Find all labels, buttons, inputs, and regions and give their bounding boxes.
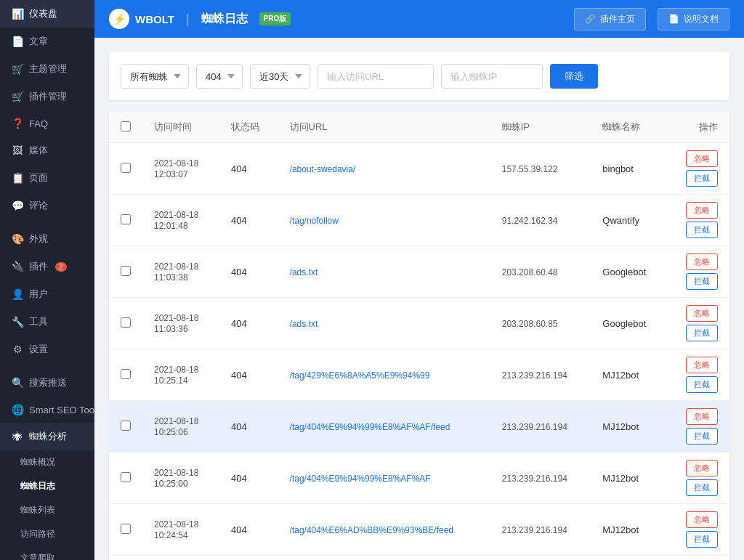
block-button[interactable]: 拦截 — [686, 325, 718, 341]
row-url-cell: /about-swedavia/ — [278, 143, 490, 195]
select-all-header[interactable] — [109, 112, 142, 143]
docs-button[interactable]: 📄 说明文档 — [658, 8, 729, 31]
select-all-checkbox[interactable] — [121, 121, 131, 131]
table-row: 2021-08-18 10:25:14 404 /tag/429%E6%8A%A… — [109, 349, 729, 401]
users-icon: 👤 — [12, 288, 23, 300]
row-checkbox-cell[interactable] — [109, 504, 142, 556]
ignore-button[interactable]: 忽略 — [686, 150, 718, 167]
crawler-filter-select[interactable]: 所有蜘蛛 — [121, 64, 189, 89]
status-filter-select[interactable]: 404 — [196, 64, 243, 89]
block-button[interactable]: 拦截 — [686, 273, 718, 290]
row-url: /tag/nofollow — [290, 216, 339, 226]
row-checkbox-cell[interactable] — [109, 453, 142, 504]
plugins-badge: 2 — [55, 262, 67, 272]
row-checkbox-cell[interactable] — [109, 195, 142, 246]
sidebar-item-plugins[interactable]: 🔌 插件 2 — [0, 253, 94, 280]
row-bot-cell: Googlebot — [591, 298, 666, 349]
row-checkbox-cell[interactable] — [109, 349, 142, 401]
ignore-button[interactable]: 忽略 — [686, 511, 718, 528]
sidebar-subitem-spider-overview[interactable]: 蜘蛛概况 — [0, 450, 94, 474]
table-row: 2021-08-18 11:03:36 404 /ads.txt 203.208… — [109, 298, 729, 349]
row-checkbox[interactable] — [121, 524, 131, 534]
sidebar-item-search-push[interactable]: 🔍 搜索推送 — [0, 369, 94, 397]
row-action-cell: 忽略 拦截 — [667, 556, 729, 561]
appearance-icon: 🎨 — [12, 233, 23, 245]
block-button[interactable]: 拦截 — [686, 531, 718, 548]
action-buttons: 忽略 拦截 — [679, 305, 718, 341]
table-row: 2021-08-18 10:24:48 404 /tag/404%E6%AD%B… — [109, 556, 729, 561]
row-status-cell: 404 — [219, 246, 278, 298]
sidebar-item-appearance[interactable]: 🎨 外观 — [0, 225, 94, 253]
sidebar-item-smart-seo[interactable]: 🌐 Smart SEO Tool — [0, 397, 94, 423]
row-ip-cell: 213.239.216.194 — [490, 453, 591, 504]
sidebar-item-users[interactable]: 👤 用户 — [0, 280, 94, 308]
sidebar-item-plugin-mgmt[interactable]: 🛒 插件管理 — [0, 83, 94, 110]
row-bot-cell: MJ12bot — [591, 453, 666, 504]
sidebar-item-label: Smart SEO Tool — [29, 405, 94, 415]
ignore-button[interactable]: 忽略 — [686, 460, 718, 476]
row-url: /tag/404%E9%94%99%E8%AF%AF — [290, 474, 431, 484]
table-header-row: 访问时间 状态码 访问URL 蜘蛛IP 蜘蛛名称 操作 — [109, 112, 729, 143]
row-checkbox[interactable] — [121, 421, 131, 431]
time-filter-select[interactable]: 近30天 — [250, 64, 310, 89]
ignore-button[interactable]: 忽略 — [686, 408, 718, 425]
row-bot-cell: Qwantify — [591, 195, 666, 246]
sidebar-item-articles[interactable]: 📄 文章 — [0, 28, 94, 55]
col-header-bot: 蜘蛛名称 — [591, 112, 666, 143]
sidebar-item-tools[interactable]: 🔧 工具 — [0, 308, 94, 336]
row-url-cell: /tag/nofollow — [278, 195, 490, 246]
pro-badge: PRO版 — [259, 12, 291, 25]
block-button[interactable]: 拦截 — [686, 428, 718, 445]
row-checkbox-cell[interactable] — [109, 401, 142, 453]
ignore-button[interactable]: 忽略 — [686, 202, 718, 219]
row-checkbox[interactable] — [121, 163, 131, 173]
row-checkbox[interactable] — [121, 317, 131, 328]
row-status: 404 — [231, 370, 247, 381]
plugin-home-icon: 🔗 — [585, 14, 596, 24]
sidebar-item-label: 仪表盘 — [29, 7, 57, 20]
ignore-button[interactable]: 忽略 — [686, 305, 718, 322]
plugins-icon: 🔌 — [12, 261, 23, 272]
plugin-home-button[interactable]: 🔗 插件主页 — [574, 8, 646, 31]
row-bot-cell: bingbot — [591, 143, 666, 195]
block-button[interactable]: 拦截 — [686, 222, 718, 238]
subitem-label: 蜘蛛日志 — [20, 480, 55, 492]
row-checkbox-cell[interactable] — [109, 143, 142, 195]
sidebar-item-faq[interactable]: ❓ FAQ — [0, 110, 94, 137]
row-status-cell: 404 — [219, 556, 278, 561]
sidebar-subitem-article-crawl[interactable]: 文章爬取 — [0, 546, 94, 560]
sidebar-item-settings[interactable]: ⚙ 设置 — [0, 336, 94, 363]
row-action-cell: 忽略 拦截 — [667, 504, 729, 556]
filter-button[interactable]: 筛选 — [550, 64, 598, 89]
row-checkbox[interactable] — [121, 214, 131, 224]
sidebar-item-pages[interactable]: 📋 页面 — [0, 164, 94, 192]
sidebar-item-spider-analysis[interactable]: 🕷 蜘蛛分析 — [0, 423, 94, 450]
sidebar-item-dashboard[interactable]: 📊 仪表盘 — [0, 0, 94, 28]
ignore-button[interactable]: 忽略 — [686, 357, 718, 373]
block-button[interactable]: 拦截 — [686, 170, 718, 187]
row-checkbox[interactable] — [121, 266, 131, 276]
block-button[interactable]: 拦截 — [686, 376, 718, 393]
sidebar-subitem-spider-diary[interactable]: 蜘蛛日志 — [0, 474, 94, 498]
spider-icon: 🕷 — [12, 431, 23, 442]
block-button[interactable]: 拦截 — [686, 479, 718, 496]
row-checkbox-cell[interactable] — [109, 556, 142, 561]
ip-filter-input[interactable] — [441, 64, 543, 89]
row-checkbox-cell[interactable] — [109, 246, 142, 298]
row-checkbox[interactable] — [121, 472, 131, 482]
row-checkbox[interactable] — [121, 369, 131, 379]
action-buttons: 忽略 拦截 — [679, 253, 718, 290]
ignore-button[interactable]: 忽略 — [686, 253, 718, 270]
url-filter-input[interactable] — [318, 64, 434, 89]
sidebar-item-theme-mgmt[interactable]: 🛒 主题管理 — [0, 55, 94, 83]
action-buttons: 忽略 拦截 — [679, 202, 718, 238]
sidebar-item-label: 插件管理 — [29, 90, 67, 103]
row-checkbox-cell[interactable] — [109, 298, 142, 349]
sidebar-subitem-visit-path[interactable]: 访问路径 — [0, 522, 94, 546]
sidebar-item-media[interactable]: 🖼 媒体 — [0, 137, 94, 164]
plugin-home-label: 插件主页 — [600, 13, 635, 25]
sidebar-item-label: 外观 — [29, 232, 48, 245]
topbar-logo: ⚡ WBOLT — [109, 9, 174, 29]
sidebar-subitem-spider-list[interactable]: 蜘蛛列表 — [0, 498, 94, 522]
sidebar-item-comments[interactable]: 💬 评论 — [0, 192, 94, 219]
